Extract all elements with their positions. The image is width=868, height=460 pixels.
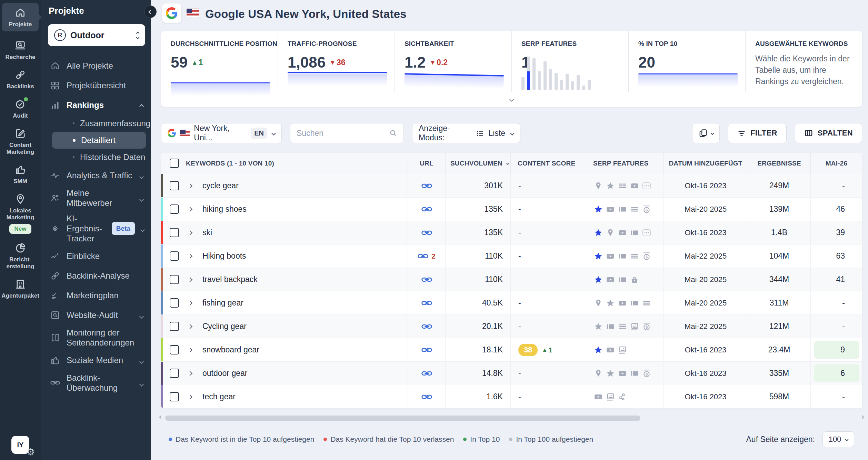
page-size-label: Auf Seite anzeigen: [746, 435, 815, 444]
sidebar-item-analytics-traffic[interactable]: Analytics & Traffic [41, 166, 151, 185]
user-avatar[interactable]: IY ⚙ [11, 436, 29, 454]
expand-row-icon[interactable] [188, 230, 192, 235]
url-cell[interactable] [408, 338, 445, 361]
display-mode-selector[interactable]: Anzeige-Modus: Liste [412, 123, 520, 143]
sidebar-item-einblicke[interactable]: Einblicke [41, 246, 151, 266]
column-header-content-score[interactable]: CONTENT SCORE [510, 153, 588, 174]
row-checkbox[interactable] [170, 251, 179, 261]
scrollbar-thumb[interactable] [165, 416, 640, 421]
url-cell[interactable] [408, 385, 445, 408]
filter-button[interactable]: FILTER [728, 123, 787, 143]
sidebar-item-backlink-analyse[interactable]: Backlink-Analyse [41, 266, 151, 286]
star-blue-serp-icon [594, 252, 603, 261]
sidebar-item-website-audit[interactable]: Website-Audit [41, 305, 151, 325]
table-row[interactable]: hiking shoes 135K - $ Mai-20 2025 139M 4… [161, 198, 862, 221]
sidebar-collapse-button[interactable] [144, 6, 157, 18]
table-row[interactable]: fishing gear 40.5K - Mai-20 2025 311M - [161, 291, 862, 315]
scroll-right-icon[interactable] [861, 416, 864, 419]
sidebar-subitem-detailliert[interactable]: Detailliert [52, 132, 146, 149]
sidebar-item-backlink-ueberwachung[interactable]: Backlink-Überwachung [41, 370, 151, 396]
expand-row-icon[interactable] [188, 300, 192, 305]
rail-item-audit[interactable]: Audit [2, 98, 39, 119]
url-cell[interactable] [408, 198, 445, 221]
url-cell[interactable] [408, 291, 445, 314]
horizontal-scrollbar[interactable] [161, 415, 862, 422]
keyword-search-box[interactable] [290, 123, 404, 143]
metrics-collapse-button[interactable] [161, 92, 862, 107]
sidebar-item-marketingplan[interactable]: Marketingplan [41, 286, 151, 305]
sidebar-subitem-zusammenfassung[interactable]: Zusammenfassung [41, 115, 151, 132]
sidebar-item-soziale-medien[interactable]: Soziale Medien [41, 350, 151, 370]
rail-item-agenturpaket[interactable]: Agenturpaket [2, 278, 39, 299]
table-row[interactable]: Cycling gear 20.1K - $ Mai-22 2025 121M … [161, 315, 862, 338]
column-header-month[interactable]: MAI-26 [810, 153, 862, 174]
rail-item-projekte[interactable]: Projekte [2, 3, 39, 31]
expand-row-icon[interactable] [188, 394, 192, 399]
legend-item: Das Keyword hat die Top 10 verlassen [323, 435, 454, 443]
expand-row-icon[interactable] [188, 347, 192, 352]
row-checkbox[interactable] [170, 369, 179, 378]
rail-item-recherche[interactable]: Recherche [2, 40, 39, 61]
table-row[interactable]: tech gear 1.6K - Okt-16 2023 598M - [161, 385, 862, 409]
expand-row-icon[interactable] [188, 183, 192, 188]
copy-view-button[interactable] [692, 123, 720, 143]
url-cell[interactable] [408, 221, 445, 244]
building-icon [14, 278, 26, 290]
column-header-url[interactable]: URL [408, 153, 445, 174]
project-selector[interactable]: R Outdoor [48, 24, 145, 46]
month-rank-value: - [842, 298, 845, 308]
expand-row-icon[interactable] [188, 371, 192, 376]
column-header-volume[interactable]: SUCHVOLUMEN [445, 153, 510, 174]
select-all-checkbox[interactable] [170, 159, 179, 168]
table-row[interactable]: ski 135K - Okt-16 2023 1.4B 39 [161, 221, 862, 244]
sidebar-item-meine-mitbewerber[interactable]: Meine Mitbewerber [41, 185, 151, 211]
scroll-left-icon[interactable] [159, 416, 163, 419]
url-cell[interactable] [408, 362, 445, 385]
sidebar-item-ki-ergebnis-tracker[interactable]: KI-Ergebnis-Tracker Beta [41, 211, 151, 246]
url-cell[interactable] [408, 174, 445, 197]
sidebar-item-rankings[interactable]: Rankings [41, 95, 151, 115]
table-row[interactable]: travel backpack 110K - Mai-20 2025 344M … [161, 268, 862, 291]
column-header-keywords[interactable]: KEYWORDS (1 - 10 VON 10) [186, 160, 274, 167]
expand-row-icon[interactable] [188, 253, 192, 258]
row-checkbox[interactable] [170, 275, 179, 284]
row-checkbox[interactable] [170, 392, 179, 401]
settings-gear-icon[interactable]: ⚙ [27, 447, 35, 457]
column-header-results[interactable]: ERGEBNISSE [748, 153, 810, 174]
rail-item-smm[interactable]: SMM [2, 164, 39, 185]
chevron-down-icon [845, 438, 849, 441]
url-cell[interactable] [408, 315, 445, 338]
rail-item-backlinks[interactable]: Backlinks [2, 69, 39, 90]
rail-item-content-marketing[interactable]: Content Marketing [2, 128, 39, 156]
page-size-select[interactable]: 100 [822, 431, 854, 447]
expand-row-icon[interactable] [188, 277, 192, 282]
columns-button[interactable]: SPALTEN [795, 123, 862, 143]
search-engine-selector[interactable]: New York, Uni... EN [161, 123, 282, 143]
expand-row-icon[interactable] [188, 207, 192, 211]
sidebar-item-projektuebersicht[interactable]: Projektübersicht [41, 76, 151, 95]
sidebar-item-alle-projekte[interactable]: Alle Projekte [41, 56, 151, 76]
chevron-down-icon [140, 193, 143, 203]
sidebar-item-label: Einblicke [67, 251, 100, 261]
rail-item-berichterstellung[interactable]: Bericht-erstellung [2, 242, 39, 270]
expand-row-icon[interactable] [188, 324, 192, 329]
row-checkbox[interactable] [170, 228, 179, 237]
column-header-serp-features[interactable]: SERP FEATURES [588, 153, 663, 174]
row-checkbox[interactable] [170, 298, 179, 308]
display-mode-label: Anzeige-Modus: [419, 124, 472, 142]
table-row[interactable]: cycle gear 301K - Okt-16 2023 249M - [161, 174, 862, 198]
url-cell[interactable] [408, 268, 445, 291]
url-cell[interactable]: 2 [408, 244, 445, 268]
table-row[interactable]: snowboard gear 18.1K 38▲1 Okt-16 2023 23… [161, 338, 862, 362]
table-row[interactable]: outdoor gear 14.8K - $ Okt-16 2023 335M … [161, 362, 862, 385]
table-row[interactable]: Hiking boots 2 110K - $ Mai-22 2025 104M… [161, 244, 862, 268]
row-checkbox[interactable] [170, 345, 179, 354]
sidebar-subitem-historische-daten[interactable]: Historische Daten [41, 149, 151, 166]
search-input[interactable] [297, 129, 385, 138]
row-checkbox[interactable] [170, 181, 179, 190]
row-checkbox[interactable] [170, 322, 179, 331]
rail-item-lokales-marketing[interactable]: Lokales Marketing New [2, 193, 39, 234]
column-header-date-added[interactable]: DATUM HINZUGEFÜGT [663, 153, 748, 174]
row-checkbox[interactable] [170, 204, 179, 214]
sidebar-item-monitoring[interactable]: Monitoring der Seitenänderungen [41, 325, 151, 350]
